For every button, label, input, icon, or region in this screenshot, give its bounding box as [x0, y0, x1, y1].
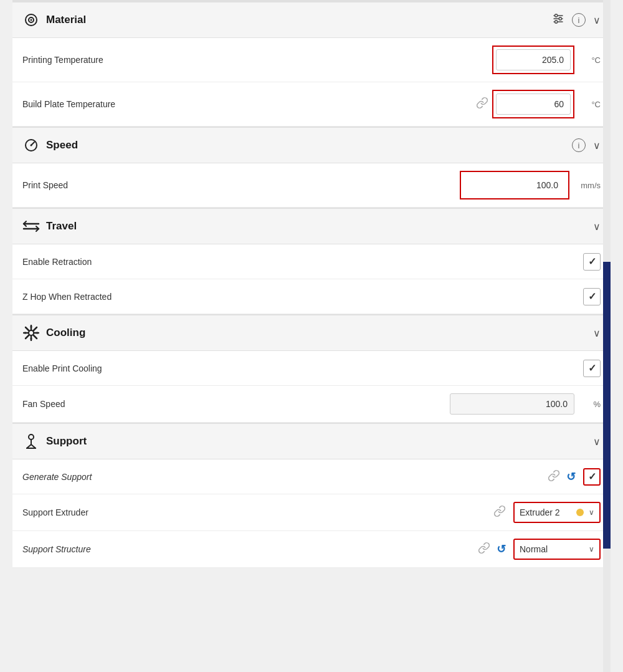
speed-chevron[interactable]: ∨ [593, 140, 601, 151]
z-hop-checkbox[interactable]: ✓ [583, 288, 601, 305]
support-extruder-link-icon[interactable] [493, 505, 506, 520]
generate-support-refresh-icon[interactable]: ↺ [566, 470, 576, 484]
enable-retraction-checkbox[interactable]: ✓ [583, 253, 601, 271]
print-speed-label: Print Speed [22, 180, 460, 190]
travel-section-header[interactable]: Travel ∨ [12, 208, 611, 244]
material-chevron[interactable]: ∨ [593, 14, 601, 26]
enable-print-cooling-label: Enable Print Cooling [22, 363, 583, 373]
svg-point-7 [559, 17, 561, 19]
build-plate-temperature-unit: °C [578, 100, 601, 109]
build-plate-highlight-box [492, 90, 574, 118]
printing-temperature-row: Printing Temperature °C [12, 38, 611, 82]
fan-speed-label: Fan Speed [22, 399, 450, 409]
enable-print-cooling-row: Enable Print Cooling ✓ [12, 351, 611, 386]
support-actions: ∨ [593, 436, 601, 448]
generate-support-check: ✓ [588, 471, 596, 482]
material-icon [22, 11, 40, 29]
support-section-header[interactable]: Support ∨ [12, 423, 611, 459]
build-plate-link-icon[interactable] [476, 97, 488, 112]
fan-speed-input[interactable] [450, 393, 574, 415]
svg-point-18 [29, 434, 34, 439]
z-hop-control: ✓ [583, 288, 601, 305]
enable-print-cooling-checkbox[interactable]: ✓ [583, 360, 601, 377]
material-info-icon[interactable]: i [572, 13, 586, 27]
speed-icon [22, 137, 40, 154]
support-extruder-dropdown[interactable]: Extruder 2 ∨ [513, 502, 601, 523]
enable-print-cooling-check: ✓ [588, 362, 596, 374]
fan-speed-row: Fan Speed % [12, 386, 611, 423]
cooling-chevron[interactable]: ∨ [593, 327, 601, 339]
svg-point-17 [29, 330, 34, 335]
support-extruder-dot [576, 509, 584, 516]
enable-retraction-check: ✓ [588, 256, 596, 267]
support-structure-label: Support Structure [22, 544, 478, 554]
support-structure-refresh-icon[interactable]: ↺ [497, 542, 506, 556]
generate-support-label: Generate Support [22, 472, 548, 482]
z-hop-check: ✓ [588, 290, 596, 302]
material-section-header[interactable]: Material i ∨ [12, 2, 611, 38]
travel-actions: ∨ [593, 221, 601, 233]
build-plate-temperature-row: Build Plate Temperature °C [12, 82, 611, 127]
enable-retraction-label: Enable Retraction [22, 257, 583, 267]
support-structure-chevron: ∨ [589, 545, 594, 554]
generate-support-link-icon[interactable] [548, 469, 560, 484]
enable-retraction-row: Enable Retraction ✓ [12, 244, 611, 279]
settings-panel: Material i ∨ Printing Temperature [12, 0, 611, 568]
cooling-title: Cooling [46, 327, 593, 339]
svg-point-6 [555, 14, 558, 16]
z-hop-row: Z Hop When Retracted ✓ [12, 279, 611, 314]
fan-speed-control: % [450, 393, 601, 415]
generate-support-checkbox[interactable]: ✓ [583, 468, 601, 486]
print-speed-unit: mm/s [573, 181, 601, 190]
enable-print-cooling-control: ✓ [583, 360, 601, 377]
scrollbar-track [603, 0, 611, 672]
speed-actions: i ∨ [572, 138, 601, 152]
build-plate-temperature-input[interactable] [496, 94, 571, 115]
support-extruder-chevron: ∨ [589, 508, 594, 517]
enable-retraction-control: ✓ [583, 253, 601, 271]
print-speed-control: mm/s [460, 171, 601, 199]
support-icon [22, 433, 40, 450]
printing-temperature-input[interactable] [496, 49, 571, 70]
build-plate-temperature-control: °C [476, 90, 601, 118]
generate-support-control: ↺ ✓ [548, 468, 601, 486]
support-structure-value: Normal [520, 544, 586, 554]
support-structure-link-icon[interactable] [478, 542, 490, 557]
printing-temperature-control: °C [492, 46, 601, 74]
support-structure-dropdown[interactable]: Normal ∨ [513, 539, 601, 560]
speed-info-icon[interactable]: i [572, 138, 586, 152]
z-hop-label: Z Hop When Retracted [22, 292, 583, 302]
material-settings-icon[interactable] [552, 12, 564, 28]
printing-temperature-label: Printing Temperature [22, 55, 492, 65]
build-plate-temperature-label: Build Plate Temperature [22, 99, 476, 109]
travel-chevron[interactable]: ∨ [593, 221, 601, 233]
svg-point-8 [555, 20, 558, 22]
travel-icon [22, 218, 40, 235]
generate-support-row: Generate Support ↺ ✓ [12, 459, 611, 494]
print-speed-row: Print Speed mm/s [12, 163, 611, 208]
support-structure-row: Support Structure ↺ Normal ∨ [12, 531, 611, 568]
support-extruder-row: Support Extruder Extruder 2 ∨ [12, 494, 611, 531]
svg-point-10 [31, 145, 32, 146]
cooling-section-header[interactable]: Cooling ∨ [12, 315, 611, 351]
cooling-actions: ∨ [593, 327, 601, 339]
scrollbar-thumb[interactable] [603, 262, 611, 549]
fan-speed-unit: % [578, 400, 601, 409]
cooling-icon [22, 324, 40, 342]
support-extruder-label: Support Extruder [22, 507, 493, 517]
support-extruder-control: Extruder 2 ∨ [493, 502, 601, 523]
print-speed-input[interactable] [465, 175, 564, 196]
material-title: Material [46, 14, 552, 26]
support-extruder-value: Extruder 2 [520, 507, 574, 517]
support-chevron[interactable]: ∨ [593, 436, 601, 448]
svg-point-2 [31, 19, 32, 21]
material-actions: i ∨ [552, 12, 601, 28]
speed-title: Speed [46, 139, 572, 151]
printing-temperature-unit: °C [578, 55, 601, 65]
support-structure-control: ↺ Normal ∨ [478, 539, 601, 560]
printing-temperature-highlight-box [492, 46, 574, 74]
speed-section-header[interactable]: Speed i ∨ [12, 127, 611, 163]
support-title: Support [46, 435, 593, 448]
print-speed-highlight-box [460, 171, 569, 199]
travel-title: Travel [46, 220, 593, 233]
